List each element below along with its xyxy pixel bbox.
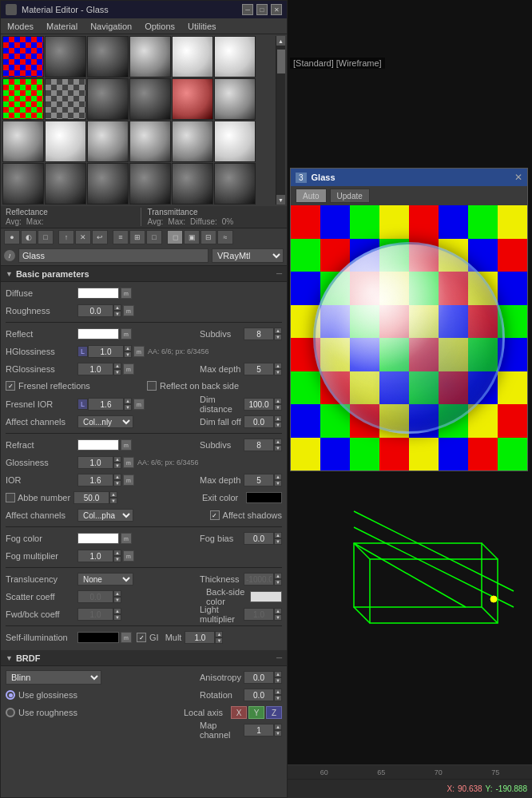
reflect-swatch[interactable] [77, 328, 119, 339]
subdivs-input[interactable] [244, 328, 274, 340]
scroll-down-btn[interactable]: ▼ [276, 195, 285, 204]
material-slot-3[interactable] [129, 36, 171, 77]
thickness-spinner[interactable]: ▲ ▼ [274, 573, 282, 586]
material-slot-16[interactable] [172, 121, 213, 162]
fresnel-ior-map-btn[interactable]: m [133, 399, 145, 410]
anisotropy-up[interactable]: ▲ [274, 671, 282, 677]
axis-y-btn[interactable]: Y [248, 706, 264, 719]
abbe-spinner[interactable]: ▲ ▼ [109, 491, 117, 504]
menu-utilities[interactable]: Utilities [181, 20, 222, 33]
refract-max-depth-spinner[interactable]: ▲ ▼ [274, 474, 282, 486]
reflect-back-checkbox[interactable] [147, 381, 157, 391]
rglossiness-spinner[interactable]: ▲ ▼ [113, 363, 121, 375]
diffuse-swatch[interactable] [77, 288, 119, 299]
refract-subdivs-spinner[interactable]: ▲ ▼ [274, 439, 282, 451]
rotation-spinner[interactable]: ▲ ▼ [274, 689, 282, 701]
tb-opt3-btn[interactable]: ⊟ [200, 230, 216, 244]
material-slot-12[interactable] [2, 121, 44, 162]
anisotropy-input[interactable] [244, 671, 274, 684]
self-illum-swatch[interactable] [77, 632, 119, 643]
refract-subdivs-input[interactable] [244, 439, 274, 451]
grid-scrollbar[interactable]: ▲ ▼ [276, 36, 285, 204]
tb-pick-btn[interactable]: ↑ [58, 230, 74, 244]
dim-distance-up[interactable]: ▲ [274, 398, 282, 404]
material-slot-17[interactable] [214, 121, 256, 162]
material-slot-1[interactable] [45, 36, 86, 77]
fog-mult-map-btn[interactable]: m [123, 550, 134, 562]
fresnel-ior-l-btn[interactable]: L [77, 399, 88, 410]
dim-distance-spinner[interactable]: ▲ ▼ [274, 398, 282, 411]
refract-subdivs-up[interactable]: ▲ [274, 439, 282, 445]
tb-back-btn[interactable]: ↩ [92, 230, 108, 244]
dim-falloff-input[interactable] [244, 415, 274, 428]
backside-color-swatch[interactable] [250, 591, 282, 602]
dim-falloff-down[interactable]: ▼ [274, 422, 282, 428]
material-slot-5[interactable] [214, 36, 256, 77]
material-name-input[interactable] [18, 248, 208, 263]
abbe-checkbox[interactable] [6, 493, 15, 502]
diffuse-map-btn[interactable]: m [121, 288, 132, 299]
fresnel-ior-up[interactable]: ▲ [124, 398, 132, 404]
glossiness-input[interactable] [77, 456, 113, 469]
tb-active-btn[interactable]: ◻ [167, 230, 183, 244]
material-slot-6[interactable] [2, 78, 44, 120]
refract-max-depth-up[interactable]: ▲ [274, 474, 282, 480]
axis-x-btn[interactable]: X [231, 706, 247, 719]
fog-bias-down[interactable]: ▼ [274, 538, 282, 545]
mult-down[interactable]: ▼ [215, 637, 223, 644]
tb-opt4-btn[interactable]: ≈ [217, 230, 233, 244]
light-mult-down[interactable]: ▼ [274, 614, 282, 621]
fwdbck-input[interactable] [77, 608, 113, 621]
fwdbck-down[interactable]: ▼ [113, 614, 121, 621]
light-mult-up[interactable]: ▲ [274, 608, 282, 614]
rglossiness-up[interactable]: ▲ [113, 363, 121, 369]
material-slot-0[interactable] [2, 36, 44, 77]
use-glossiness-radio[interactable] [6, 690, 15, 700]
material-slot-21[interactable] [129, 163, 171, 204]
material-slot-11[interactable] [214, 78, 256, 120]
scatter-input[interactable] [77, 590, 113, 603]
tb-grid-btn[interactable]: ⊞ [129, 230, 145, 244]
tb-box-btn[interactable]: □ [38, 230, 54, 244]
rglossiness-input[interactable] [77, 363, 113, 375]
scatter-down[interactable]: ▼ [113, 597, 121, 603]
roughness-input[interactable] [77, 304, 113, 317]
tb-opt2-btn[interactable]: ▣ [184, 230, 200, 244]
exit-color-swatch[interactable] [246, 492, 282, 503]
abbe-input[interactable] [73, 491, 109, 504]
gi-checkbox[interactable] [137, 633, 146, 642]
rglossiness-map-btn[interactable]: m [123, 363, 134, 375]
glass-auto-btn[interactable]: Auto [296, 189, 327, 203]
minimize-button[interactable]: ─ [242, 4, 253, 15]
material-slot-19[interactable] [45, 163, 86, 204]
tb-view-btn[interactable]: □ [146, 230, 162, 244]
light-mult-input[interactable] [244, 608, 274, 621]
material-slot-15[interactable] [129, 121, 171, 162]
material-slot-23[interactable] [214, 163, 256, 204]
dim-falloff-spinner[interactable]: ▲ ▼ [274, 415, 282, 428]
affect-channels-reflect-select[interactable]: Col...nly [77, 415, 133, 428]
fog-mult-up[interactable]: ▲ [113, 550, 121, 556]
mult-spinner[interactable]: ▲ ▼ [215, 631, 223, 644]
close-button[interactable]: ✕ [271, 4, 282, 15]
refract-swatch[interactable] [77, 439, 119, 451]
mult-input[interactable] [185, 631, 215, 644]
subdivs-spinner[interactable]: ▲ ▼ [274, 328, 282, 340]
map-channel-down[interactable]: ▼ [274, 730, 282, 736]
hglossiness-spinner[interactable]: ▲ ▼ [124, 345, 132, 358]
axis-z-btn[interactable]: Z [266, 706, 282, 719]
anisotropy-spinner[interactable]: ▲ ▼ [274, 671, 282, 684]
self-illum-map-btn[interactable]: m [121, 632, 132, 643]
roughness-map-btn[interactable]: m [123, 305, 134, 316]
refract-subdivs-down[interactable]: ▼ [274, 445, 282, 451]
glossiness-down[interactable]: ▼ [113, 463, 121, 469]
subdivs-down[interactable]: ▼ [274, 334, 282, 340]
material-slot-2[interactable] [87, 36, 129, 77]
rotation-down[interactable]: ▼ [274, 695, 282, 701]
max-depth-up[interactable]: ▲ [274, 363, 282, 369]
ior-down[interactable]: ▼ [113, 480, 121, 486]
params-scroll[interactable]: ▼ Basic parameters ─ Diffuse m Roughness… [1, 266, 287, 797]
fresnel-checkbox[interactable] [6, 381, 15, 391]
fwdbck-up[interactable]: ▲ [113, 608, 121, 614]
tb-copy-btn[interactable]: ≡ [113, 230, 129, 244]
